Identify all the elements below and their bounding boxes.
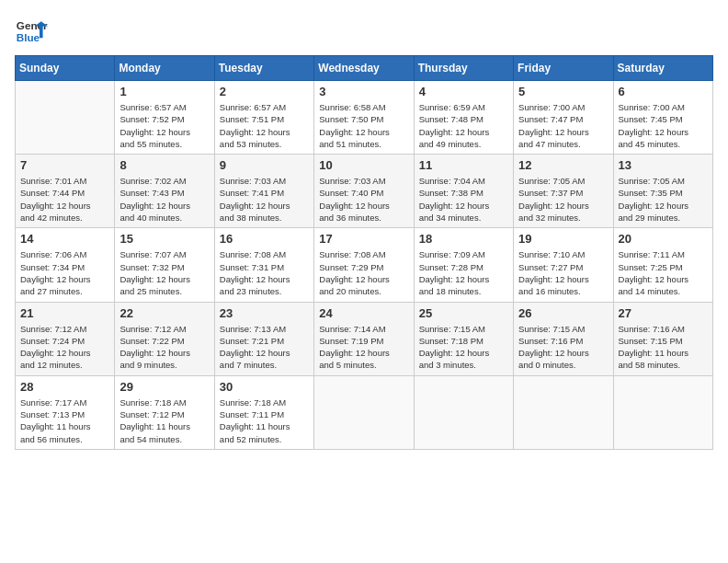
day-number: 28: [20, 380, 109, 394]
day-info: Sunrise: 7:03 AM Sunset: 7:41 PM Dayligh…: [220, 175, 309, 224]
day-info: Sunrise: 7:17 AM Sunset: 7:13 PM Dayligh…: [20, 396, 109, 445]
day-info: Sunrise: 7:09 AM Sunset: 7:28 PM Dayligh…: [419, 248, 508, 297]
calendar-day-cell: 1Sunrise: 6:57 AM Sunset: 7:52 PM Daylig…: [115, 81, 214, 155]
day-header-tuesday: Tuesday: [214, 56, 313, 81]
day-number: 26: [518, 306, 608, 320]
calendar-day-cell: [314, 375, 414, 449]
calendar-day-cell: 4Sunrise: 6:59 AM Sunset: 7:48 PM Daylig…: [414, 81, 513, 155]
calendar-day-cell: 14Sunrise: 7:06 AM Sunset: 7:34 PM Dayli…: [16, 228, 115, 302]
day-number: 19: [518, 232, 608, 246]
calendar-day-cell: 2Sunrise: 6:57 AM Sunset: 7:51 PM Daylig…: [214, 81, 313, 155]
calendar-week-row: 21Sunrise: 7:12 AM Sunset: 7:24 PM Dayli…: [16, 302, 713, 375]
calendar-day-cell: 27Sunrise: 7:16 AM Sunset: 7:15 PM Dayli…: [613, 302, 712, 375]
day-number: 12: [518, 158, 608, 172]
day-number: 22: [119, 306, 209, 320]
day-number: 14: [20, 232, 109, 246]
calendar-day-cell: 3Sunrise: 6:58 AM Sunset: 7:50 PM Daylig…: [314, 81, 414, 155]
day-number: 23: [220, 306, 309, 320]
calendar-day-cell: 8Sunrise: 7:02 AM Sunset: 7:43 PM Daylig…: [115, 155, 214, 228]
day-info: Sunrise: 7:01 AM Sunset: 7:44 PM Dayligh…: [20, 175, 109, 224]
day-info: Sunrise: 7:00 AM Sunset: 7:47 PM Dayligh…: [518, 101, 608, 150]
day-number: 21: [20, 306, 109, 320]
day-header-sunday: Sunday: [16, 56, 115, 81]
day-info: Sunrise: 7:13 AM Sunset: 7:21 PM Dayligh…: [220, 323, 309, 372]
calendar-day-cell: 13Sunrise: 7:05 AM Sunset: 7:35 PM Dayli…: [613, 155, 712, 228]
calendar-day-cell: 21Sunrise: 7:12 AM Sunset: 7:24 PM Dayli…: [16, 302, 115, 375]
day-number: 20: [619, 232, 708, 246]
calendar-day-cell: 25Sunrise: 7:15 AM Sunset: 7:18 PM Dayli…: [414, 302, 513, 375]
calendar-day-cell: [613, 375, 712, 449]
day-info: Sunrise: 7:12 AM Sunset: 7:22 PM Dayligh…: [119, 323, 209, 372]
logo: General Blue: [15, 15, 48, 48]
day-number: 13: [619, 158, 708, 172]
calendar-day-cell: 23Sunrise: 7:13 AM Sunset: 7:21 PM Dayli…: [214, 302, 313, 375]
calendar-day-cell: 26Sunrise: 7:15 AM Sunset: 7:16 PM Dayli…: [514, 302, 613, 375]
day-info: Sunrise: 7:00 AM Sunset: 7:45 PM Dayligh…: [619, 101, 708, 150]
day-info: Sunrise: 7:11 AM Sunset: 7:25 PM Dayligh…: [619, 248, 708, 297]
svg-text:Blue: Blue: [17, 31, 40, 43]
day-info: Sunrise: 7:05 AM Sunset: 7:35 PM Dayligh…: [619, 175, 708, 224]
day-number: 7: [20, 158, 109, 172]
day-header-friday: Friday: [514, 56, 613, 81]
day-info: Sunrise: 7:02 AM Sunset: 7:43 PM Dayligh…: [119, 175, 209, 224]
day-number: 18: [419, 232, 508, 246]
calendar-day-cell: 20Sunrise: 7:11 AM Sunset: 7:25 PM Dayli…: [613, 228, 712, 302]
day-header-saturday: Saturday: [613, 56, 712, 81]
calendar-day-cell: [414, 375, 513, 449]
day-number: 6: [619, 85, 708, 98]
calendar-table: SundayMondayTuesdayWednesdayThursdayFrid…: [15, 55, 713, 450]
day-number: 29: [119, 380, 209, 394]
calendar-week-row: 1Sunrise: 6:57 AM Sunset: 7:52 PM Daylig…: [16, 81, 713, 155]
day-info: Sunrise: 7:08 AM Sunset: 7:31 PM Dayligh…: [220, 248, 309, 297]
day-info: Sunrise: 7:16 AM Sunset: 7:15 PM Dayligh…: [619, 323, 708, 372]
day-info: Sunrise: 7:14 AM Sunset: 7:19 PM Dayligh…: [319, 323, 408, 372]
day-info: Sunrise: 6:58 AM Sunset: 7:50 PM Dayligh…: [319, 101, 408, 150]
day-info: Sunrise: 7:12 AM Sunset: 7:24 PM Dayligh…: [20, 323, 109, 372]
calendar-day-cell: 15Sunrise: 7:07 AM Sunset: 7:32 PM Dayli…: [115, 228, 214, 302]
calendar-day-cell: 16Sunrise: 7:08 AM Sunset: 7:31 PM Dayli…: [214, 228, 313, 302]
calendar-day-cell: 29Sunrise: 7:18 AM Sunset: 7:12 PM Dayli…: [115, 375, 214, 449]
day-info: Sunrise: 7:18 AM Sunset: 7:11 PM Dayligh…: [220, 396, 309, 445]
day-number: 24: [319, 306, 408, 320]
day-header-monday: Monday: [115, 56, 214, 81]
day-number: 9: [220, 158, 309, 172]
calendar-day-cell: 28Sunrise: 7:17 AM Sunset: 7:13 PM Dayli…: [16, 375, 115, 449]
day-info: Sunrise: 7:10 AM Sunset: 7:27 PM Dayligh…: [518, 248, 608, 297]
calendar-day-cell: 24Sunrise: 7:14 AM Sunset: 7:19 PM Dayli…: [314, 302, 414, 375]
day-number: 11: [419, 158, 508, 172]
day-info: Sunrise: 7:18 AM Sunset: 7:12 PM Dayligh…: [119, 396, 209, 445]
day-number: 8: [119, 158, 209, 172]
day-info: Sunrise: 7:06 AM Sunset: 7:34 PM Dayligh…: [20, 248, 109, 297]
calendar-day-cell: 11Sunrise: 7:04 AM Sunset: 7:38 PM Dayli…: [414, 155, 513, 228]
day-info: Sunrise: 6:57 AM Sunset: 7:52 PM Dayligh…: [119, 101, 209, 150]
calendar-day-cell: 18Sunrise: 7:09 AM Sunset: 7:28 PM Dayli…: [414, 228, 513, 302]
day-number: 1: [119, 85, 209, 98]
day-info: Sunrise: 7:15 AM Sunset: 7:18 PM Dayligh…: [419, 323, 508, 372]
calendar-week-row: 7Sunrise: 7:01 AM Sunset: 7:44 PM Daylig…: [16, 155, 713, 228]
calendar-day-cell: 6Sunrise: 7:00 AM Sunset: 7:45 PM Daylig…: [613, 81, 712, 155]
day-number: 16: [220, 232, 309, 246]
calendar-day-cell: 19Sunrise: 7:10 AM Sunset: 7:27 PM Dayli…: [514, 228, 613, 302]
day-info: Sunrise: 7:15 AM Sunset: 7:16 PM Dayligh…: [518, 323, 608, 372]
day-header-wednesday: Wednesday: [314, 56, 414, 81]
day-number: 5: [518, 85, 608, 98]
calendar-week-row: 28Sunrise: 7:17 AM Sunset: 7:13 PM Dayli…: [16, 375, 713, 449]
calendar-header-row: SundayMondayTuesdayWednesdayThursdayFrid…: [16, 56, 713, 81]
day-header-thursday: Thursday: [414, 56, 513, 81]
day-info: Sunrise: 6:57 AM Sunset: 7:51 PM Dayligh…: [220, 101, 309, 150]
day-number: 4: [419, 85, 508, 98]
calendar-day-cell: 10Sunrise: 7:03 AM Sunset: 7:40 PM Dayli…: [314, 155, 414, 228]
calendar-day-cell: 7Sunrise: 7:01 AM Sunset: 7:44 PM Daylig…: [16, 155, 115, 228]
day-info: Sunrise: 7:05 AM Sunset: 7:37 PM Dayligh…: [518, 175, 608, 224]
calendar-day-cell: 12Sunrise: 7:05 AM Sunset: 7:37 PM Dayli…: [514, 155, 613, 228]
calendar-day-cell: 9Sunrise: 7:03 AM Sunset: 7:41 PM Daylig…: [214, 155, 313, 228]
day-number: 17: [319, 232, 408, 246]
calendar-day-cell: [16, 81, 115, 155]
day-info: Sunrise: 7:04 AM Sunset: 7:38 PM Dayligh…: [419, 175, 508, 224]
calendar-week-row: 14Sunrise: 7:06 AM Sunset: 7:34 PM Dayli…: [16, 228, 713, 302]
day-info: Sunrise: 7:07 AM Sunset: 7:32 PM Dayligh…: [119, 248, 209, 297]
calendar-day-cell: 17Sunrise: 7:08 AM Sunset: 7:29 PM Dayli…: [314, 228, 414, 302]
calendar-day-cell: 30Sunrise: 7:18 AM Sunset: 7:11 PM Dayli…: [214, 375, 313, 449]
day-number: 2: [220, 85, 309, 98]
day-info: Sunrise: 6:59 AM Sunset: 7:48 PM Dayligh…: [419, 101, 508, 150]
